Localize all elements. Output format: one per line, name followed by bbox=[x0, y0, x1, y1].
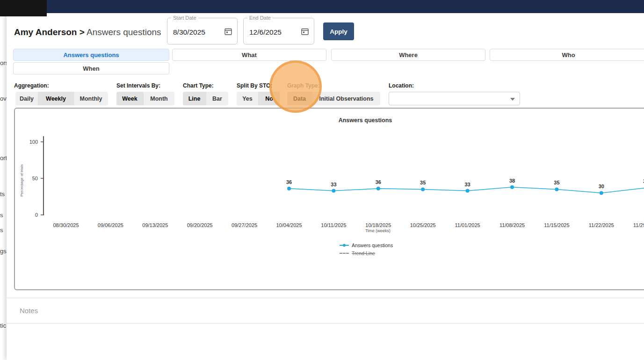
aggregation-monthly-button[interactable]: Monthly bbox=[74, 92, 108, 105]
svg-text:10/04/2025: 10/04/2025 bbox=[276, 222, 302, 228]
breadcrumb: Amy Anderson > Answers questions bbox=[14, 27, 161, 37]
sidebar-item-fragment: gs bbox=[0, 248, 7, 255]
chevron-down-icon bbox=[510, 98, 515, 101]
svg-text:100: 100 bbox=[29, 139, 38, 145]
location-select[interactable] bbox=[389, 92, 520, 105]
svg-text:11/29/2025: 11/29/2025 bbox=[633, 222, 644, 228]
svg-text:09/20/2025: 09/20/2025 bbox=[187, 222, 213, 228]
start-date-field[interactable]: Start Date 8/30/2025 bbox=[167, 18, 238, 44]
aggregation-weekly-button[interactable]: Weekly bbox=[38, 92, 74, 105]
svg-text:33: 33 bbox=[464, 182, 470, 187]
legend-item-series[interactable]: Answers questions bbox=[340, 242, 393, 248]
sidebar-header-block bbox=[0, 0, 47, 16]
location-label: Location: bbox=[389, 82, 414, 89]
split-sto-no-button[interactable]: No bbox=[259, 92, 280, 105]
svg-text:35: 35 bbox=[420, 180, 426, 185]
client-name: Amy Anderson bbox=[14, 27, 77, 37]
svg-text:0: 0 bbox=[35, 212, 38, 218]
svg-text:35: 35 bbox=[554, 180, 559, 185]
intervals-week-button[interactable]: Week bbox=[116, 92, 144, 105]
chart-type-bar-button[interactable]: Bar bbox=[206, 92, 228, 105]
sidebar-item-fragment: ort bbox=[0, 154, 7, 162]
svg-text:36: 36 bbox=[286, 179, 292, 185]
split-sto-yes-button[interactable]: Yes bbox=[237, 92, 259, 105]
aggregation-toggle-group: Daily Weekly Monthly bbox=[15, 92, 108, 105]
notes-input[interactable]: Notes bbox=[7, 298, 644, 323]
split-sto-toggle-group: Yes No bbox=[237, 92, 280, 105]
split-by-sto-label: Split By STO: bbox=[237, 82, 272, 89]
graph-type-toggle-group: Data Initial Observations bbox=[287, 92, 380, 105]
apply-button[interactable]: Apply bbox=[323, 22, 354, 40]
start-date-label: Start Date bbox=[171, 15, 198, 21]
svg-text:11/08/2025: 11/08/2025 bbox=[499, 222, 525, 228]
svg-text:50: 50 bbox=[32, 176, 38, 181]
svg-text:10/11/2025: 10/11/2025 bbox=[321, 222, 346, 228]
program-name: Answers questions bbox=[87, 27, 161, 37]
tab-what[interactable]: What bbox=[172, 49, 326, 61]
notes-placeholder: Notes bbox=[20, 307, 38, 315]
svg-text:09/06/2025: 09/06/2025 bbox=[98, 222, 123, 228]
legend-item-trend-line[interactable]: Trend Line bbox=[340, 250, 393, 256]
chart-type-toggle-group: Line Bar bbox=[183, 92, 228, 105]
svg-text:10/25/2025: 10/25/2025 bbox=[410, 222, 436, 228]
svg-text:11/22/2025: 11/22/2025 bbox=[589, 222, 614, 228]
graph-type-initial-observations-button[interactable]: Initial Observations bbox=[312, 92, 380, 105]
sidebar-item-fragment: s bbox=[0, 212, 3, 219]
chart-type-label: Chart Type: bbox=[183, 82, 214, 89]
tab-who[interactable]: Who bbox=[490, 49, 644, 61]
sidebar-item-fragment: ts bbox=[0, 191, 5, 198]
sidebar-item-fragment: s bbox=[0, 227, 3, 234]
background-sidebar: ors ovi ort ts s s gs tic bbox=[0, 16, 7, 360]
aggregation-label: Aggregation: bbox=[14, 82, 49, 89]
trend-line-marker-icon bbox=[340, 251, 349, 255]
graph-type-data-button[interactable]: Data bbox=[287, 92, 312, 105]
calendar-icon[interactable] bbox=[224, 27, 232, 36]
end-date-label: End Date bbox=[247, 15, 273, 21]
tab-answers-questions[interactable]: Answers questions bbox=[13, 49, 169, 61]
svg-text:09/27/2025: 09/27/2025 bbox=[232, 222, 257, 228]
sidebar-item-fragment: tic bbox=[0, 322, 6, 329]
top-navigation-bar bbox=[0, 0, 644, 13]
x-axis-label: Time (weeks) bbox=[365, 228, 391, 233]
breadcrumb-separator: > bbox=[80, 27, 85, 37]
svg-text:11/01/2025: 11/01/2025 bbox=[455, 222, 480, 228]
chart-legend: Answers questions Trend Line bbox=[340, 242, 393, 256]
tab-where[interactable]: Where bbox=[331, 49, 485, 61]
calendar-icon[interactable] bbox=[301, 27, 309, 36]
svg-text:38: 38 bbox=[509, 178, 515, 184]
main-panel: Amy Anderson > Answers questions Start D… bbox=[7, 13, 644, 360]
svg-text:08/30/2025: 08/30/2025 bbox=[53, 222, 79, 228]
chart-container: Answers questions Percentage of trials 0… bbox=[14, 108, 644, 290]
end-date-value: 12/6/2025 bbox=[249, 28, 282, 37]
aggregation-daily-button[interactable]: Daily bbox=[15, 92, 38, 105]
legend-trend-line-label: Trend Line bbox=[352, 250, 375, 256]
svg-text:11/15/2025: 11/15/2025 bbox=[544, 222, 569, 228]
chart-svg: 05010008/30/202509/06/202509/13/202509/2… bbox=[15, 109, 644, 289]
graph-type-label: Graph Type: bbox=[287, 82, 320, 89]
end-date-field[interactable]: End Date 12/6/2025 bbox=[243, 18, 314, 44]
intervals-toggle-group: Week Month bbox=[116, 92, 174, 105]
svg-text:30: 30 bbox=[599, 184, 604, 189]
svg-text:36: 36 bbox=[376, 179, 381, 185]
intervals-month-button[interactable]: Month bbox=[144, 92, 174, 105]
set-intervals-label: Set Intervals By: bbox=[116, 82, 160, 89]
legend-series-label: Answers questions bbox=[352, 242, 393, 248]
start-date-value: 8/30/2025 bbox=[173, 28, 205, 37]
series-marker-icon bbox=[340, 243, 349, 247]
svg-text:33: 33 bbox=[331, 182, 336, 187]
svg-text:10/18/2025: 10/18/2025 bbox=[365, 222, 391, 228]
tab-when[interactable]: When bbox=[13, 62, 169, 74]
svg-text:09/13/2025: 09/13/2025 bbox=[142, 222, 168, 228]
chart-type-line-button[interactable]: Line bbox=[183, 92, 206, 105]
